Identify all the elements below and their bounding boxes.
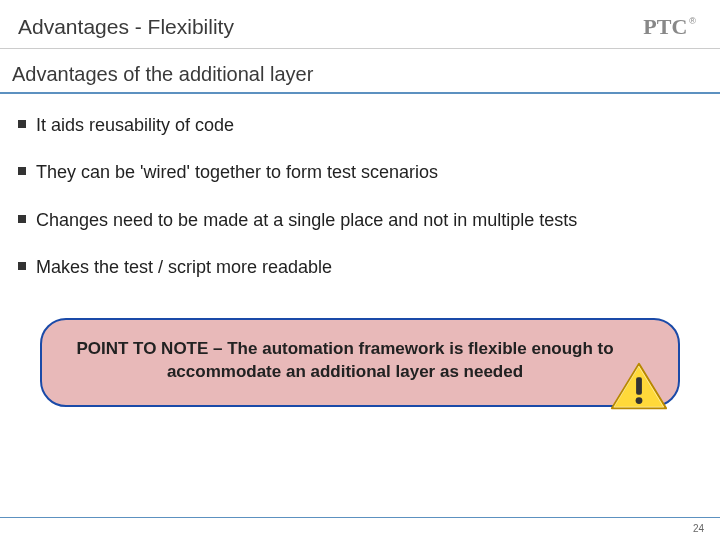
bullet-text: Makes the test / script more readable [36, 256, 332, 279]
logo: PTC ® [643, 14, 696, 40]
svg-rect-0 [636, 378, 642, 395]
footer-divider [0, 517, 720, 518]
callout-text: POINT TO NOTE – The automation framework… [72, 338, 618, 384]
list-item: It aids reusability of code [18, 104, 702, 151]
bullet-icon [18, 120, 26, 128]
bullet-text: Changes need to be made at a single plac… [36, 209, 577, 232]
logo-registered-icon: ® [689, 16, 696, 26]
list-item: Changes need to be made at a single plac… [18, 199, 702, 246]
logo-text: PTC [643, 14, 687, 40]
bullet-icon [18, 215, 26, 223]
content-area: It aids reusability of code They can be … [0, 94, 720, 294]
callout-area: POINT TO NOTE – The automation framework… [0, 294, 720, 408]
subtitle-bar: Advantages of the additional layer [0, 49, 720, 94]
subtitle: Advantages of the additional layer [12, 63, 702, 86]
bullet-icon [18, 262, 26, 270]
list-item: They can be 'wired' together to form tes… [18, 151, 702, 198]
header: Advantages - Flexibility PTC ® [0, 0, 720, 49]
page-title: Advantages - Flexibility [18, 15, 234, 39]
callout-box: POINT TO NOTE – The automation framework… [40, 318, 680, 408]
bullet-text: They can be 'wired' together to form tes… [36, 161, 438, 184]
svg-point-1 [636, 398, 643, 405]
warning-icon [608, 359, 670, 415]
bullet-text: It aids reusability of code [36, 114, 234, 137]
page-number: 24 [693, 523, 704, 534]
list-item: Makes the test / script more readable [18, 246, 702, 293]
bullet-icon [18, 167, 26, 175]
